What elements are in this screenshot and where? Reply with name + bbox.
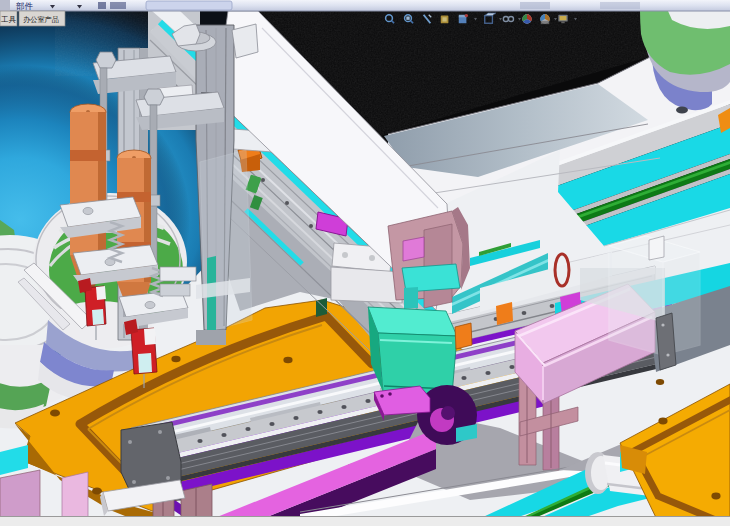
svg-text:部件: 部件 [16,1,34,11]
svg-text:办公室产品: 办公室产品 [23,15,59,24]
svg-text:工具: 工具 [1,15,17,24]
